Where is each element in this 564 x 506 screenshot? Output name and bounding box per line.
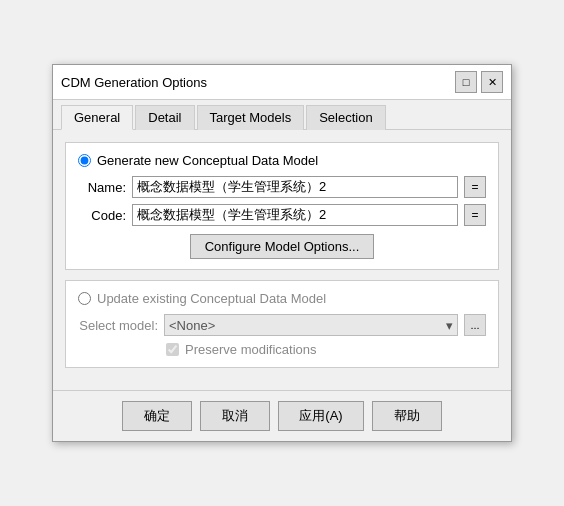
select-model-label: Select model: [78,318,158,333]
title-bar-controls: □ ✕ [455,71,503,93]
radio-update-existing[interactable] [78,292,91,305]
help-button[interactable]: 帮助 [372,401,442,431]
select-model-value: <None> [169,318,215,333]
name-label: Name: [78,180,126,195]
name-input[interactable] [132,176,458,198]
code-label: Code: [78,208,126,223]
section-update-existing: Update existing Conceptual Data Model Se… [65,280,499,368]
configure-model-button[interactable]: Configure Model Options... [190,234,375,259]
chevron-down-icon: ▾ [446,318,453,333]
preserve-label: Preserve modifications [185,342,317,357]
tab-target-models[interactable]: Target Models [197,105,305,130]
radio-generate-new-label[interactable]: Generate new Conceptual Data Model [97,153,318,168]
ok-button[interactable]: 确定 [122,401,192,431]
apply-button[interactable]: 应用(A) [278,401,363,431]
browse-button[interactable]: ... [464,314,486,336]
select-model-combo[interactable]: <None> ▾ [164,314,458,336]
tab-selection[interactable]: Selection [306,105,385,130]
section-generate-new: Generate new Conceptual Data Model Name:… [65,142,499,270]
radio-row-update: Update existing Conceptual Data Model [78,291,486,306]
code-eq-button[interactable]: = [464,204,486,226]
field-row-code: Code: = [78,204,486,226]
field-row-name: Name: = [78,176,486,198]
footer: 确定 取消 应用(A) 帮助 [53,390,511,441]
code-input[interactable] [132,204,458,226]
cancel-button[interactable]: 取消 [200,401,270,431]
preserve-checkbox[interactable] [166,343,179,356]
close-button[interactable]: ✕ [481,71,503,93]
preserve-row: Preserve modifications [166,342,486,357]
minimize-button[interactable]: □ [455,71,477,93]
radio-generate-new[interactable] [78,154,91,167]
dialog-window: CDM Generation Options □ ✕ General Detai… [52,64,512,442]
select-model-row: Select model: <None> ▾ ... [78,314,486,336]
dialog-title: CDM Generation Options [61,75,207,90]
title-bar: CDM Generation Options □ ✕ [53,65,511,100]
radio-row-generate-new: Generate new Conceptual Data Model [78,153,486,168]
tab-bar: General Detail Target Models Selection [53,100,511,130]
name-eq-button[interactable]: = [464,176,486,198]
radio-update-label[interactable]: Update existing Conceptual Data Model [97,291,326,306]
tab-content-general: Generate new Conceptual Data Model Name:… [53,130,511,390]
tab-detail[interactable]: Detail [135,105,194,130]
tab-general[interactable]: General [61,105,133,130]
